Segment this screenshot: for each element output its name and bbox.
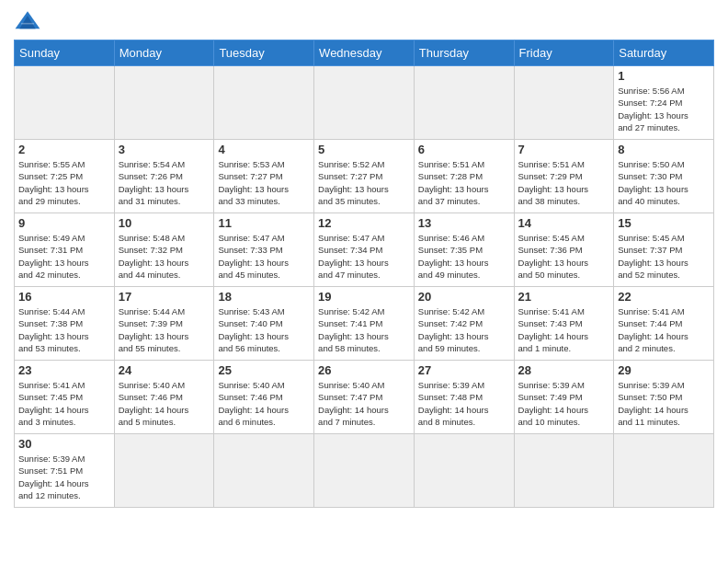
- day-cell: [214, 434, 314, 508]
- day-cell: 22Sunrise: 5:41 AM Sunset: 7:44 PM Dayli…: [614, 287, 714, 361]
- week-row-3: 16Sunrise: 5:44 AM Sunset: 7:38 PM Dayli…: [15, 287, 714, 361]
- day-number: 15: [618, 216, 710, 230]
- day-cell: 15Sunrise: 5:45 AM Sunset: 7:37 PM Dayli…: [614, 213, 714, 287]
- day-cell: [414, 66, 514, 140]
- day-cell: 2Sunrise: 5:55 AM Sunset: 7:25 PM Daylig…: [15, 140, 115, 213]
- day-number: 16: [18, 290, 110, 304]
- day-number: 1: [618, 69, 710, 83]
- day-cell: [614, 434, 714, 508]
- weekday-wednesday: Wednesday: [314, 40, 415, 66]
- weekday-sunday: Sunday: [15, 40, 115, 66]
- day-number: 6: [418, 143, 510, 156]
- day-cell: 25Sunrise: 5:40 AM Sunset: 7:46 PM Dayli…: [214, 361, 314, 434]
- week-row-1: 2Sunrise: 5:55 AM Sunset: 7:25 PM Daylig…: [15, 140, 714, 213]
- day-cell: [414, 434, 514, 508]
- weekday-header-row: SundayMondayTuesdayWednesdayThursdayFrid…: [15, 40, 714, 66]
- day-cell: 10Sunrise: 5:48 AM Sunset: 7:32 PM Dayli…: [114, 213, 214, 287]
- day-cell: 3Sunrise: 5:54 AM Sunset: 7:26 PM Daylig…: [114, 140, 214, 213]
- day-number: 24: [119, 363, 210, 377]
- day-cell: 24Sunrise: 5:40 AM Sunset: 7:46 PM Dayli…: [114, 361, 214, 434]
- header: [14, 9, 714, 32]
- day-cell: [114, 434, 214, 508]
- day-cell: 5Sunrise: 5:52 AM Sunset: 7:27 PM Daylig…: [314, 140, 415, 213]
- day-number: 5: [318, 143, 410, 156]
- day-info: Sunrise: 5:41 AM Sunset: 7:45 PM Dayligh…: [18, 379, 110, 428]
- day-number: 21: [518, 290, 610, 304]
- day-number: 12: [318, 216, 410, 230]
- day-cell: 6Sunrise: 5:51 AM Sunset: 7:28 PM Daylig…: [414, 140, 514, 213]
- day-info: Sunrise: 5:45 AM Sunset: 7:36 PM Dayligh…: [518, 232, 610, 281]
- day-cell: 20Sunrise: 5:42 AM Sunset: 7:42 PM Dayli…: [414, 287, 514, 361]
- day-cell: 1Sunrise: 5:56 AM Sunset: 7:24 PM Daylig…: [614, 66, 714, 140]
- day-info: Sunrise: 5:46 AM Sunset: 7:35 PM Dayligh…: [418, 232, 510, 281]
- day-number: 27: [418, 363, 510, 377]
- day-info: Sunrise: 5:43 AM Sunset: 7:40 PM Dayligh…: [218, 305, 310, 354]
- day-cell: 14Sunrise: 5:45 AM Sunset: 7:36 PM Dayli…: [514, 213, 614, 287]
- day-number: 29: [618, 363, 710, 377]
- day-cell: 19Sunrise: 5:42 AM Sunset: 7:41 PM Dayli…: [314, 287, 415, 361]
- day-number: 13: [418, 216, 510, 230]
- day-info: Sunrise: 5:40 AM Sunset: 7:46 PM Dayligh…: [218, 379, 310, 428]
- day-number: 7: [518, 143, 610, 156]
- day-info: Sunrise: 5:50 AM Sunset: 7:30 PM Dayligh…: [618, 158, 710, 207]
- day-number: 17: [119, 290, 210, 304]
- day-info: Sunrise: 5:39 AM Sunset: 7:50 PM Dayligh…: [618, 379, 710, 428]
- day-cell: [514, 434, 614, 508]
- weekday-friday: Friday: [514, 40, 614, 66]
- day-number: 4: [218, 143, 310, 156]
- day-cell: 30Sunrise: 5:39 AM Sunset: 7:51 PM Dayli…: [15, 434, 115, 508]
- day-cell: 23Sunrise: 5:41 AM Sunset: 7:45 PM Dayli…: [15, 361, 115, 434]
- day-info: Sunrise: 5:40 AM Sunset: 7:46 PM Dayligh…: [119, 379, 210, 428]
- day-cell: 29Sunrise: 5:39 AM Sunset: 7:50 PM Dayli…: [614, 361, 714, 434]
- day-number: 8: [618, 143, 710, 156]
- day-info: Sunrise: 5:45 AM Sunset: 7:37 PM Dayligh…: [618, 232, 710, 281]
- day-info: Sunrise: 5:47 AM Sunset: 7:33 PM Dayligh…: [218, 232, 310, 281]
- day-info: Sunrise: 5:41 AM Sunset: 7:44 PM Dayligh…: [618, 305, 710, 354]
- day-number: 14: [518, 216, 610, 230]
- day-number: 22: [618, 290, 710, 304]
- day-cell: 27Sunrise: 5:39 AM Sunset: 7:48 PM Dayli…: [414, 361, 514, 434]
- day-info: Sunrise: 5:54 AM Sunset: 7:26 PM Dayligh…: [119, 158, 210, 207]
- day-number: 19: [318, 290, 410, 304]
- day-info: Sunrise: 5:44 AM Sunset: 7:39 PM Dayligh…: [119, 305, 210, 354]
- day-info: Sunrise: 5:39 AM Sunset: 7:48 PM Dayligh…: [418, 379, 510, 428]
- day-cell: 21Sunrise: 5:41 AM Sunset: 7:43 PM Dayli…: [514, 287, 614, 361]
- week-row-5: 30Sunrise: 5:39 AM Sunset: 7:51 PM Dayli…: [15, 434, 714, 508]
- day-info: Sunrise: 5:41 AM Sunset: 7:43 PM Dayligh…: [518, 305, 610, 354]
- day-cell: 26Sunrise: 5:40 AM Sunset: 7:47 PM Dayli…: [314, 361, 415, 434]
- day-cell: [214, 66, 314, 140]
- day-cell: [15, 66, 115, 140]
- day-cell: 11Sunrise: 5:47 AM Sunset: 7:33 PM Dayli…: [214, 213, 314, 287]
- day-info: Sunrise: 5:40 AM Sunset: 7:47 PM Dayligh…: [318, 379, 410, 428]
- day-info: Sunrise: 5:42 AM Sunset: 7:42 PM Dayligh…: [418, 305, 510, 354]
- week-row-0: 1Sunrise: 5:56 AM Sunset: 7:24 PM Daylig…: [15, 66, 714, 140]
- day-number: 18: [218, 290, 310, 304]
- day-number: 30: [18, 437, 110, 451]
- day-info: Sunrise: 5:49 AM Sunset: 7:31 PM Dayligh…: [18, 232, 110, 281]
- day-number: 11: [218, 216, 310, 230]
- day-cell: 9Sunrise: 5:49 AM Sunset: 7:31 PM Daylig…: [15, 213, 115, 287]
- day-info: Sunrise: 5:55 AM Sunset: 7:25 PM Dayligh…: [18, 158, 110, 207]
- day-cell: 7Sunrise: 5:51 AM Sunset: 7:29 PM Daylig…: [514, 140, 614, 213]
- weekday-saturday: Saturday: [614, 40, 714, 66]
- logo: [14, 9, 45, 32]
- day-number: 2: [18, 143, 110, 156]
- day-cell: 4Sunrise: 5:53 AM Sunset: 7:27 PM Daylig…: [214, 140, 314, 213]
- day-info: Sunrise: 5:39 AM Sunset: 7:49 PM Dayligh…: [518, 379, 610, 428]
- day-info: Sunrise: 5:51 AM Sunset: 7:28 PM Dayligh…: [418, 158, 510, 207]
- day-cell: 8Sunrise: 5:50 AM Sunset: 7:30 PM Daylig…: [614, 140, 714, 213]
- day-number: 3: [119, 143, 210, 156]
- day-cell: [314, 66, 415, 140]
- day-info: Sunrise: 5:47 AM Sunset: 7:34 PM Dayligh…: [318, 232, 410, 281]
- day-number: 23: [18, 363, 110, 377]
- day-cell: [514, 66, 614, 140]
- week-row-2: 9Sunrise: 5:49 AM Sunset: 7:31 PM Daylig…: [15, 213, 714, 287]
- day-number: 10: [119, 216, 210, 230]
- weekday-monday: Monday: [114, 40, 214, 66]
- week-row-4: 23Sunrise: 5:41 AM Sunset: 7:45 PM Dayli…: [15, 361, 714, 434]
- day-cell: 18Sunrise: 5:43 AM Sunset: 7:40 PM Dayli…: [214, 287, 314, 361]
- page: SundayMondayTuesdayWednesdayThursdayFrid…: [0, 0, 728, 517]
- day-info: Sunrise: 5:51 AM Sunset: 7:29 PM Dayligh…: [518, 158, 610, 207]
- svg-rect-2: [21, 23, 34, 25]
- day-cell: [314, 434, 415, 508]
